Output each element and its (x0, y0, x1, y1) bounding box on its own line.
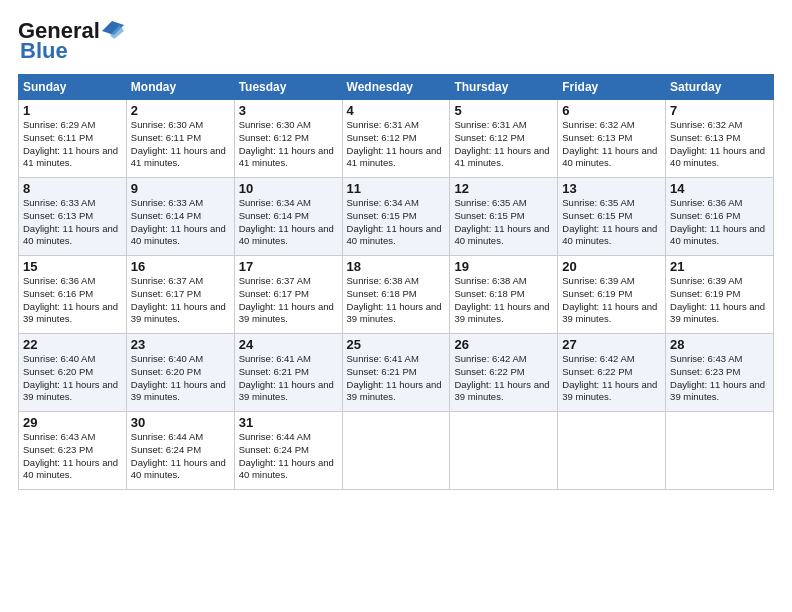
calendar-cell: 11Sunrise: 6:34 AMSunset: 6:15 PMDayligh… (342, 178, 450, 256)
calendar-cell: 14Sunrise: 6:36 AMSunset: 6:16 PMDayligh… (666, 178, 774, 256)
calendar-week-row: 22Sunrise: 6:40 AMSunset: 6:20 PMDayligh… (19, 334, 774, 412)
calendar-table: SundayMondayTuesdayWednesdayThursdayFrid… (18, 74, 774, 490)
calendar-cell: 13Sunrise: 6:35 AMSunset: 6:15 PMDayligh… (558, 178, 666, 256)
page: General Blue SundayMondayTuesdayWednesda… (0, 0, 792, 612)
day-info: Sunrise: 6:34 AMSunset: 6:14 PMDaylight:… (239, 197, 338, 248)
day-number: 28 (670, 337, 769, 352)
day-info: Sunrise: 6:34 AMSunset: 6:15 PMDaylight:… (347, 197, 446, 248)
day-info: Sunrise: 6:29 AMSunset: 6:11 PMDaylight:… (23, 119, 122, 170)
calendar-cell: 17Sunrise: 6:37 AMSunset: 6:17 PMDayligh… (234, 256, 342, 334)
calendar-cell: 8Sunrise: 6:33 AMSunset: 6:13 PMDaylight… (19, 178, 127, 256)
day-info: Sunrise: 6:41 AMSunset: 6:21 PMDaylight:… (347, 353, 446, 404)
calendar-cell: 10Sunrise: 6:34 AMSunset: 6:14 PMDayligh… (234, 178, 342, 256)
calendar-cell: 15Sunrise: 6:36 AMSunset: 6:16 PMDayligh… (19, 256, 127, 334)
day-number: 19 (454, 259, 553, 274)
day-number: 22 (23, 337, 122, 352)
day-info: Sunrise: 6:42 AMSunset: 6:22 PMDaylight:… (562, 353, 661, 404)
calendar-cell: 5Sunrise: 6:31 AMSunset: 6:12 PMDaylight… (450, 100, 558, 178)
day-number: 11 (347, 181, 446, 196)
calendar-cell: 9Sunrise: 6:33 AMSunset: 6:14 PMDaylight… (126, 178, 234, 256)
logo-blue-text: Blue (20, 38, 124, 64)
day-number: 2 (131, 103, 230, 118)
day-number: 30 (131, 415, 230, 430)
calendar-cell: 19Sunrise: 6:38 AMSunset: 6:18 PMDayligh… (450, 256, 558, 334)
day-info: Sunrise: 6:35 AMSunset: 6:15 PMDaylight:… (454, 197, 553, 248)
calendar-cell: 12Sunrise: 6:35 AMSunset: 6:15 PMDayligh… (450, 178, 558, 256)
day-info: Sunrise: 6:43 AMSunset: 6:23 PMDaylight:… (23, 431, 122, 482)
calendar-cell: 20Sunrise: 6:39 AMSunset: 6:19 PMDayligh… (558, 256, 666, 334)
day-number: 12 (454, 181, 553, 196)
day-number: 27 (562, 337, 661, 352)
day-number: 18 (347, 259, 446, 274)
day-info: Sunrise: 6:37 AMSunset: 6:17 PMDaylight:… (131, 275, 230, 326)
day-info: Sunrise: 6:42 AMSunset: 6:22 PMDaylight:… (454, 353, 553, 404)
day-number: 20 (562, 259, 661, 274)
column-header-wednesday: Wednesday (342, 75, 450, 100)
day-number: 3 (239, 103, 338, 118)
day-info: Sunrise: 6:31 AMSunset: 6:12 PMDaylight:… (454, 119, 553, 170)
day-info: Sunrise: 6:44 AMSunset: 6:24 PMDaylight:… (239, 431, 338, 482)
day-info: Sunrise: 6:31 AMSunset: 6:12 PMDaylight:… (347, 119, 446, 170)
calendar-cell: 23Sunrise: 6:40 AMSunset: 6:20 PMDayligh… (126, 334, 234, 412)
column-header-friday: Friday (558, 75, 666, 100)
day-info: Sunrise: 6:40 AMSunset: 6:20 PMDaylight:… (23, 353, 122, 404)
calendar-cell: 18Sunrise: 6:38 AMSunset: 6:18 PMDayligh… (342, 256, 450, 334)
calendar-header-row: SundayMondayTuesdayWednesdayThursdayFrid… (19, 75, 774, 100)
calendar-cell: 29Sunrise: 6:43 AMSunset: 6:23 PMDayligh… (19, 412, 127, 490)
day-number: 1 (23, 103, 122, 118)
calendar-cell: 31Sunrise: 6:44 AMSunset: 6:24 PMDayligh… (234, 412, 342, 490)
day-info: Sunrise: 6:33 AMSunset: 6:13 PMDaylight:… (23, 197, 122, 248)
calendar-cell: 7Sunrise: 6:32 AMSunset: 6:13 PMDaylight… (666, 100, 774, 178)
day-info: Sunrise: 6:30 AMSunset: 6:11 PMDaylight:… (131, 119, 230, 170)
calendar-cell: 22Sunrise: 6:40 AMSunset: 6:20 PMDayligh… (19, 334, 127, 412)
column-header-monday: Monday (126, 75, 234, 100)
day-number: 5 (454, 103, 553, 118)
day-number: 6 (562, 103, 661, 118)
calendar-week-row: 29Sunrise: 6:43 AMSunset: 6:23 PMDayligh… (19, 412, 774, 490)
day-number: 26 (454, 337, 553, 352)
calendar-week-row: 1Sunrise: 6:29 AMSunset: 6:11 PMDaylight… (19, 100, 774, 178)
day-number: 4 (347, 103, 446, 118)
day-number: 15 (23, 259, 122, 274)
day-number: 7 (670, 103, 769, 118)
day-number: 23 (131, 337, 230, 352)
calendar-cell: 21Sunrise: 6:39 AMSunset: 6:19 PMDayligh… (666, 256, 774, 334)
day-number: 13 (562, 181, 661, 196)
day-number: 24 (239, 337, 338, 352)
day-info: Sunrise: 6:41 AMSunset: 6:21 PMDaylight:… (239, 353, 338, 404)
column-header-tuesday: Tuesday (234, 75, 342, 100)
calendar-cell (342, 412, 450, 490)
calendar-cell: 3Sunrise: 6:30 AMSunset: 6:12 PMDaylight… (234, 100, 342, 178)
calendar-cell: 26Sunrise: 6:42 AMSunset: 6:22 PMDayligh… (450, 334, 558, 412)
calendar-cell: 16Sunrise: 6:37 AMSunset: 6:17 PMDayligh… (126, 256, 234, 334)
day-info: Sunrise: 6:43 AMSunset: 6:23 PMDaylight:… (670, 353, 769, 404)
day-info: Sunrise: 6:39 AMSunset: 6:19 PMDaylight:… (670, 275, 769, 326)
calendar-cell: 30Sunrise: 6:44 AMSunset: 6:24 PMDayligh… (126, 412, 234, 490)
day-number: 25 (347, 337, 446, 352)
day-info: Sunrise: 6:36 AMSunset: 6:16 PMDaylight:… (23, 275, 122, 326)
day-info: Sunrise: 6:38 AMSunset: 6:18 PMDaylight:… (347, 275, 446, 326)
day-info: Sunrise: 6:39 AMSunset: 6:19 PMDaylight:… (562, 275, 661, 326)
calendar-cell: 6Sunrise: 6:32 AMSunset: 6:13 PMDaylight… (558, 100, 666, 178)
calendar-cell (558, 412, 666, 490)
day-number: 31 (239, 415, 338, 430)
day-info: Sunrise: 6:40 AMSunset: 6:20 PMDaylight:… (131, 353, 230, 404)
day-info: Sunrise: 6:33 AMSunset: 6:14 PMDaylight:… (131, 197, 230, 248)
column-header-thursday: Thursday (450, 75, 558, 100)
day-info: Sunrise: 6:36 AMSunset: 6:16 PMDaylight:… (670, 197, 769, 248)
calendar-cell: 24Sunrise: 6:41 AMSunset: 6:21 PMDayligh… (234, 334, 342, 412)
calendar-week-row: 8Sunrise: 6:33 AMSunset: 6:13 PMDaylight… (19, 178, 774, 256)
calendar-cell: 25Sunrise: 6:41 AMSunset: 6:21 PMDayligh… (342, 334, 450, 412)
day-number: 9 (131, 181, 230, 196)
day-number: 14 (670, 181, 769, 196)
calendar-cell (666, 412, 774, 490)
day-info: Sunrise: 6:38 AMSunset: 6:18 PMDaylight:… (454, 275, 553, 326)
calendar-cell: 28Sunrise: 6:43 AMSunset: 6:23 PMDayligh… (666, 334, 774, 412)
day-number: 17 (239, 259, 338, 274)
day-info: Sunrise: 6:32 AMSunset: 6:13 PMDaylight:… (670, 119, 769, 170)
day-number: 16 (131, 259, 230, 274)
calendar-cell: 27Sunrise: 6:42 AMSunset: 6:22 PMDayligh… (558, 334, 666, 412)
logo-bird-icon (102, 21, 124, 39)
day-number: 29 (23, 415, 122, 430)
day-number: 21 (670, 259, 769, 274)
